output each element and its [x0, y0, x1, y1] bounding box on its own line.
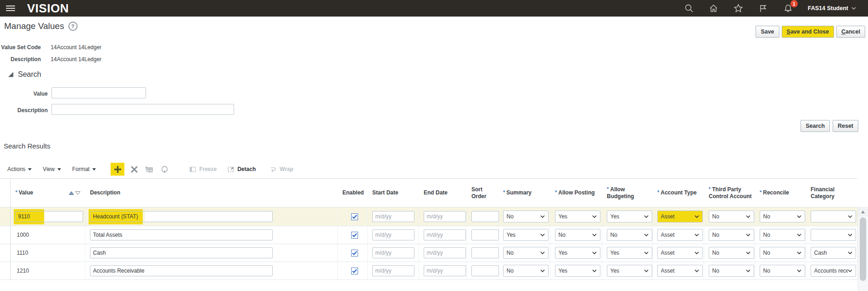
column-header-allow-posting[interactable]: *Allow Posting: [550, 179, 602, 207]
start-date-input[interactable]: [372, 265, 414, 276]
row-selector-cell[interactable]: [0, 226, 10, 244]
format-menu[interactable]: Format: [72, 166, 96, 172]
end-date-input[interactable]: [424, 229, 466, 240]
column-header-summary[interactable]: *Summary: [498, 179, 550, 207]
financial-category-select[interactable]: [811, 211, 856, 223]
detach-button[interactable]: Detach: [228, 166, 256, 172]
enabled-checkbox[interactable]: [351, 268, 358, 274]
row-selector-cell[interactable]: [0, 244, 10, 262]
column-header-sort-order[interactable]: Sort Order: [466, 179, 498, 207]
sort-icons[interactable]: [69, 191, 80, 195]
hamburger-menu-icon[interactable]: [6, 6, 15, 11]
scroll-up-button[interactable]: [858, 207, 868, 217]
description-input[interactable]: [90, 229, 273, 240]
grid-arrow-button[interactable]: [145, 165, 153, 173]
account-type-select[interactable]: Asset: [657, 229, 703, 241]
actions-menu[interactable]: Actions: [7, 166, 32, 172]
description-input[interactable]: [90, 265, 273, 276]
search-value-input[interactable]: [51, 87, 146, 98]
enabled-checkbox[interactable]: [351, 213, 358, 220]
column-header-allow-budgeting[interactable]: *Allow Budgeting: [602, 179, 652, 207]
search-description-input[interactable]: [51, 104, 234, 115]
scrollbar-thumb[interactable]: [860, 217, 866, 281]
save-button[interactable]: Save: [756, 26, 779, 38]
summary-select[interactable]: No: [503, 265, 549, 277]
favorites-star-icon[interactable]: [734, 3, 744, 13]
allow-posting-select[interactable]: Yes: [555, 211, 600, 223]
financial-category-select[interactable]: [811, 229, 856, 241]
column-header-financial-category[interactable]: Financial Category: [806, 179, 857, 207]
start-date-input[interactable]: [372, 211, 414, 222]
allow-posting-select[interactable]: No: [555, 229, 600, 241]
end-date-input[interactable]: [424, 211, 466, 222]
value-input[interactable]: [15, 211, 83, 222]
search-button[interactable]: Search: [801, 120, 830, 132]
financial-category-select[interactable]: Cash: [811, 247, 856, 259]
table-scrollbar[interactable]: [857, 207, 868, 291]
summary-select[interactable]: Yes: [503, 229, 549, 241]
allow-budgeting-select[interactable]: Yes: [607, 211, 652, 223]
sort-order-input[interactable]: [471, 211, 499, 222]
third-party-select[interactable]: No: [709, 247, 754, 259]
summary-select[interactable]: No: [503, 247, 549, 259]
allow-posting-select[interactable]: Yes: [555, 247, 600, 259]
reset-button[interactable]: Reset: [833, 120, 858, 132]
start-date-input[interactable]: [372, 247, 414, 258]
column-header-enabled[interactable]: Enabled: [337, 179, 367, 207]
reconcile-select[interactable]: No: [760, 247, 805, 259]
reconcile-select[interactable]: No: [760, 211, 805, 223]
chevron-down-icon: [848, 269, 852, 272]
column-header-third-party[interactable]: *Third Party Control Account: [704, 179, 755, 207]
third-party-select[interactable]: No: [709, 211, 754, 223]
delete-row-button[interactable]: [131, 166, 138, 173]
view-menu[interactable]: View: [43, 166, 61, 172]
financial-category-select[interactable]: Accounts rece: [811, 265, 856, 277]
summary-select[interactable]: No: [503, 211, 549, 223]
collapse-triangle-icon: [8, 72, 13, 77]
reconcile-select[interactable]: No: [760, 229, 805, 241]
search-section-header[interactable]: Search: [8, 70, 41, 79]
row-selector-cell[interactable]: [0, 262, 10, 280]
account-type-select[interactable]: Asset: [657, 265, 703, 277]
refresh-button[interactable]: [161, 165, 168, 173]
third-party-select[interactable]: No: [709, 265, 754, 277]
column-header-value[interactable]: *Value: [10, 179, 85, 207]
allow-posting-select[interactable]: Yes: [555, 265, 600, 277]
value-set-code-value: 14Account 14Ledger: [50, 44, 101, 51]
account-type-select[interactable]: Asset: [657, 211, 703, 223]
chevron-down-icon: [540, 215, 545, 218]
sort-order-input[interactable]: [471, 247, 499, 258]
column-header-start-date[interactable]: Start Date: [367, 179, 419, 207]
column-header-description[interactable]: Description: [85, 179, 337, 207]
description-input[interactable]: [90, 211, 273, 222]
notifications-bell-icon[interactable]: 1: [783, 3, 793, 13]
end-date-input[interactable]: [424, 247, 466, 258]
enabled-checkbox[interactable]: [351, 250, 358, 257]
column-header-reconcile[interactable]: *Reconcile: [755, 179, 806, 207]
allow-budgeting-select[interactable]: Yes: [607, 247, 652, 259]
value-set-code-label: Value Set Code: [0, 44, 41, 51]
help-icon[interactable]: ?: [68, 22, 78, 31]
enabled-checkbox[interactable]: [351, 232, 358, 239]
save-and-close-button[interactable]: Save and Close: [782, 26, 834, 38]
column-header-end-date[interactable]: End Date: [419, 179, 466, 207]
account-type-select[interactable]: Asset: [657, 247, 703, 259]
user-menu[interactable]: FAS14 Student: [808, 5, 856, 11]
home-icon[interactable]: [709, 3, 719, 13]
column-header-account-type[interactable]: *Account Type: [652, 179, 704, 207]
sort-order-input[interactable]: [471, 265, 499, 276]
row-selector-cell[interactable]: [0, 207, 10, 226]
third-party-select[interactable]: No: [709, 229, 754, 241]
allow-budgeting-select[interactable]: Yes: [607, 265, 652, 277]
add-row-button[interactable]: [111, 163, 124, 176]
description-input[interactable]: [90, 247, 273, 258]
sort-order-input[interactable]: [471, 229, 499, 240]
search-icon[interactable]: [684, 3, 694, 13]
cancel-button[interactable]: Cancel: [836, 26, 865, 38]
end-date-input[interactable]: [424, 265, 466, 276]
freeze-button: Freeze: [190, 166, 217, 172]
start-date-input[interactable]: [372, 229, 414, 240]
reconcile-select[interactable]: No: [760, 265, 805, 277]
allow-budgeting-select[interactable]: No: [607, 229, 652, 241]
watchlist-flag-icon[interactable]: [758, 3, 768, 13]
